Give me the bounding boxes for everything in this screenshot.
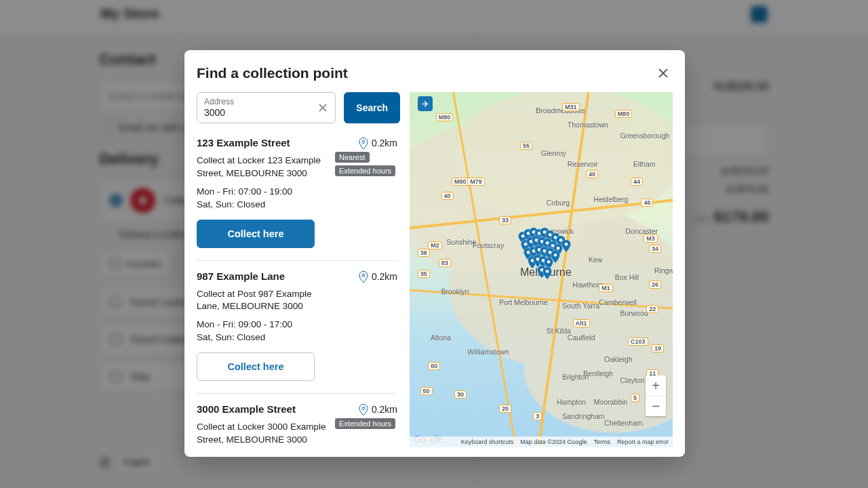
map-pin-icon[interactable] — [542, 266, 553, 281]
map-highway-shield: 22 — [646, 305, 658, 313]
map-place-label: Glenroy — [541, 149, 566, 157]
map-highway-shield: 40 — [586, 170, 598, 178]
keyboard-shortcuts-link[interactable]: Keyboard shortcuts — [461, 439, 514, 445]
map-highway-shield: C103 — [628, 338, 648, 346]
map-highway-shield: 20 — [499, 405, 511, 413]
map-place-label: Sunshine — [446, 238, 476, 246]
map-footer: Keyboard shortcuts Map data ©2024 Google… — [410, 436, 673, 447]
map-place-label: Thomastown — [568, 121, 608, 129]
result-description: Collect at Post 987 Example Lane, MELBOU… — [197, 288, 328, 314]
collect-here-button[interactable]: Collect here — [197, 352, 315, 381]
map-place-label: Oakleigh — [604, 355, 632, 363]
zoom-in-button[interactable]: + — [646, 375, 666, 396]
map-place-label: Heidelberg — [594, 195, 629, 203]
map-highway-shield: 50 — [420, 387, 433, 395]
location-pin-icon — [358, 403, 369, 415]
map-place-label: Port Melbourne — [499, 298, 548, 306]
result-title: 987 Example Lane — [197, 270, 285, 282]
map[interactable]: ✈ BroadmeadowsThomastownGreensboroughGle… — [410, 92, 673, 447]
address-field[interactable]: Address — [197, 92, 336, 123]
location-pin-icon — [358, 137, 369, 149]
map-highway-shield: 30 — [454, 390, 467, 399]
svg-point-1 — [362, 140, 365, 143]
map-highway-shield: 33 — [499, 216, 511, 224]
map-highway-shield: M80 — [615, 110, 633, 118]
result-title: 3000 Example Street — [197, 403, 296, 415]
map-highway-shield: 36 — [418, 249, 430, 257]
map-place-label: Eltham — [633, 160, 656, 168]
map-place-label: Cheltenham — [604, 419, 643, 427]
address-input[interactable] — [204, 107, 312, 118]
map-place-label: Coburg — [547, 199, 570, 207]
result-distance: 0.2km — [358, 137, 397, 149]
zoom-out-button[interactable]: − — [646, 396, 666, 416]
map-place-label: Williamstown — [467, 348, 509, 356]
map-place-label: Greensborough — [620, 131, 669, 140]
map-place-label: Brooklyn — [441, 287, 469, 296]
map-place-label: St Kilda — [547, 327, 571, 335]
close-button[interactable] — [654, 64, 673, 83]
address-label: Address — [204, 97, 312, 106]
map-place-label: Sandringham — [562, 412, 604, 420]
modal-title: Find a collection point — [197, 65, 348, 81]
map-highway-shield: 3 — [533, 412, 542, 420]
result-item: 3000 Example Street 0.2km Collect at Loc… — [197, 394, 397, 447]
map-place-label: Bentleigh — [583, 369, 613, 378]
svg-point-31 — [546, 270, 549, 273]
map-report-link[interactable]: Report a map error — [617, 439, 669, 445]
map-place-label: Altona — [431, 333, 451, 342]
map-highway-shield: 5 — [631, 394, 639, 402]
result-item: 123 Example Street 0.2km Collect at Lock… — [197, 134, 397, 261]
svg-point-29 — [547, 260, 551, 264]
map-highway-shield: 26 — [649, 281, 661, 289]
map-highway-shield: 40 — [441, 192, 454, 200]
map-highway-shield: M31 — [562, 103, 580, 111]
map-place-label: Box Hill — [615, 273, 639, 281]
map-place-label: Burwood — [620, 309, 648, 317]
tag-extended: Extended hours — [335, 165, 395, 176]
collect-here-button[interactable]: Collect here — [197, 220, 315, 248]
map-zoom-control: + − — [646, 375, 666, 416]
result-hours: Mon - Fri: 09:00 - 17:00Sat, Sun: Closed — [197, 319, 328, 344]
map-highway-shield: 46 — [641, 199, 653, 207]
map-place-label: Clayton — [620, 376, 644, 384]
result-hours: Mon - Fri: 07:00 - 19:00Sat, Sun: Closed — [197, 186, 328, 211]
tag-extended: Extended hours — [335, 418, 395, 429]
close-icon — [657, 67, 669, 79]
map-place-label: Ringwood — [654, 266, 673, 274]
airport-icon: ✈ — [418, 96, 433, 111]
map-highway-shield: Alt1 — [573, 319, 590, 327]
map-highway-shield: 35 — [418, 270, 430, 278]
map-highway-shield: 83 — [439, 259, 451, 267]
svg-point-3 — [362, 407, 365, 409]
map-highway-shield: M80 — [452, 178, 469, 186]
map-highway-shield: M2 — [428, 241, 442, 249]
map-highway-shield: 19 — [652, 344, 664, 352]
map-terms-link[interactable]: Terms — [593, 439, 610, 445]
svg-point-12 — [565, 243, 568, 246]
map-place-label: Caulfield — [568, 333, 595, 342]
result-distance: 0.2km — [358, 270, 397, 283]
search-button[interactable]: Search — [344, 92, 400, 123]
result-distance: 0.2km — [358, 403, 397, 415]
map-highway-shield: M80 — [436, 113, 454, 121]
map-place-label: Camberwell — [599, 298, 636, 306]
map-highway-shield: 60 — [428, 362, 440, 370]
map-pin-cluster — [517, 227, 592, 281]
svg-point-19 — [557, 247, 560, 250]
collection-point-modal: Find a collection point Address Search 1… — [184, 50, 685, 457]
location-pin-icon — [358, 270, 369, 283]
map-place-label: Hampton — [557, 398, 586, 406]
result-item: 987 Example Lane 0.2km Collect at Post 9… — [197, 261, 397, 394]
svg-point-2 — [362, 274, 365, 277]
results-list[interactable]: 123 Example Street 0.2km Collect at Lock… — [197, 134, 400, 447]
map-place-label: Footscray — [473, 241, 504, 249]
map-place-label: Reservoir — [568, 160, 598, 168]
map-highway-shield: M1 — [599, 284, 613, 292]
map-highway-shield: M3 — [644, 235, 658, 243]
result-description: Collect at Locker 3000 Example Street, M… — [197, 421, 328, 447]
map-highway-shield: 44 — [631, 178, 643, 186]
clear-address-button[interactable] — [316, 101, 330, 115]
map-highway-shield: 55 — [520, 142, 532, 150]
map-place-label: Moorabbin — [594, 398, 628, 406]
